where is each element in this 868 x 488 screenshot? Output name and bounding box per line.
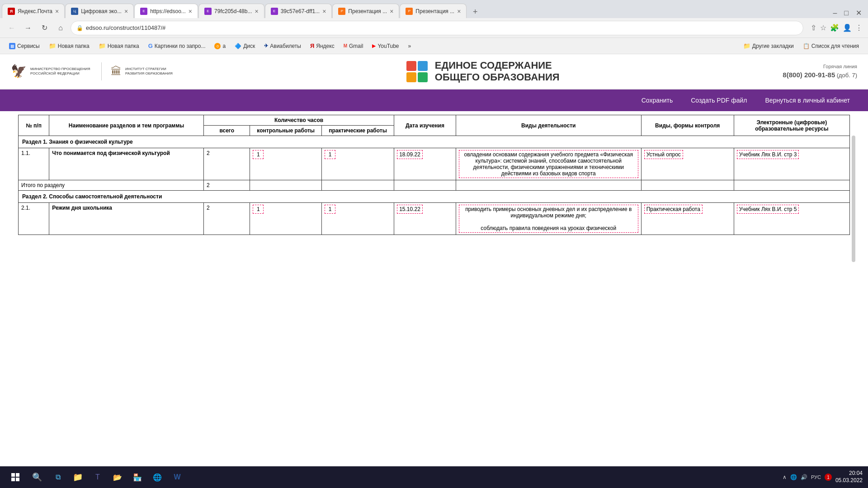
cabinet-button[interactable]: Вернуться в личный кабинет <box>765 97 850 104</box>
row-2-1: 2.1. Режим дня школьника 2 1 1 15.10.22 <box>19 203 850 235</box>
bookmark-drive[interactable]: 🔷 Диск <box>231 41 259 51</box>
editable-resources-1-1[interactable]: Учебник Лях В.И. стр 3 <box>737 150 799 159</box>
taskbar-store[interactable]: 🏪 <box>128 468 146 486</box>
tab-edsoo[interactable]: E https://edsoo... × <box>134 4 198 18</box>
gmail-icon: M <box>344 43 347 48</box>
taskbar-right: ∧ 🌐 🔊 РУС 1 20:04 05.03.2022 <box>783 470 863 484</box>
section1-total-row: Итого по разделу 2 <box>19 180 850 191</box>
section1-title-prefix: Раздел 1. <box>22 139 47 145</box>
start-button[interactable] <box>5 467 25 487</box>
tab-label-eds: https://edsoo... <box>150 8 186 14</box>
word-icon: W <box>174 473 180 481</box>
pdf-button[interactable]: Создать PDF файл <box>691 97 747 104</box>
cell-name-1-1: Что понимается под физической культурой <box>49 148 204 180</box>
notification-icon[interactable]: 1 <box>825 474 832 481</box>
cell-resources-2-1: Учебник Лях В.И. стр 5 <box>734 203 849 235</box>
extensions-icon[interactable]: 🧩 <box>830 23 839 32</box>
editable-resources-2-1[interactable]: Учебник Лях В.И. стр 5 <box>737 205 799 214</box>
cell-activity-1-1: овладении основами содержания учебного п… <box>456 148 641 180</box>
bookmark-folder2[interactable]: 📁 Новая папка <box>95 41 143 51</box>
cell-total-2-1: 2 <box>203 203 250 235</box>
bookmark-google[interactable]: G Картинки по запро... <box>145 41 209 51</box>
taskbar-search[interactable]: 🔍 <box>27 467 47 487</box>
bookmark-avia[interactable]: ✈ Авиабилеты <box>260 41 305 51</box>
editable-controltype-1-1[interactable]: Устный опрос <box>644 150 683 159</box>
home-button[interactable]: ⌂ <box>54 22 67 34</box>
reload-button[interactable]: ↻ <box>38 22 51 34</box>
tab-close-p2[interactable]: × <box>457 8 461 15</box>
other-folder-icon: 📁 <box>743 42 750 49</box>
section1-total-d <box>394 180 456 191</box>
taskbar-explorer[interactable]: 📁 <box>69 468 87 486</box>
bookmark-other-label: Другие закладки <box>752 43 794 49</box>
new-tab-button[interactable]: + <box>469 5 481 18</box>
editable-controltype-2-1[interactable]: Практическая работа <box>644 205 703 214</box>
taskbar-clock[interactable]: 20:04 05.03.2022 <box>835 470 863 484</box>
taskbar-chrome[interactable]: 🌐 <box>148 468 166 486</box>
close-window-button[interactable]: ✕ <box>853 8 864 18</box>
tab-yandex-mail[interactable]: Я Яндекс.Почта × <box>2 4 65 18</box>
cell-total-1-1: 2 <box>203 148 250 180</box>
browser-chrome: Я Яндекс.Почта × Ц Цифровая эко... × E h… <box>0 0 868 54</box>
section1-total-hours: 2 <box>203 180 250 191</box>
tab-close-39c5[interactable]: × <box>322 8 326 15</box>
editable-date-1-1[interactable]: 18.09.22 <box>397 150 423 159</box>
share-icon[interactable]: ⇧ <box>811 23 816 32</box>
explorer-icon: 📁 <box>73 472 83 482</box>
taskbar-teams[interactable]: T <box>89 468 107 486</box>
profile-icon[interactable]: 👤 <box>843 23 852 32</box>
editable-practice-1-1[interactable]: 1 <box>325 150 335 159</box>
store-icon: 🏪 <box>133 473 142 482</box>
minimize-button[interactable]: – <box>830 8 840 18</box>
bookmark-youtube[interactable]: ▶ YouTube <box>368 41 402 51</box>
bookmark-yandex[interactable]: Я Яндекс <box>307 41 338 51</box>
menu-icon[interactable]: ⋮ <box>855 23 863 32</box>
editable-activity-2-1[interactable]: приводить примеры основных дневных дел и… <box>459 205 638 233</box>
bookmark-gmail[interactable]: M Gmail <box>340 41 367 51</box>
bookmark-more[interactable]: » <box>405 41 415 51</box>
windows-logo <box>11 473 19 481</box>
tab-close-ym[interactable]: × <box>55 8 59 15</box>
bookmark-folder1[interactable]: 📁 Новая папка <box>45 41 93 51</box>
editable-practice-2-1[interactable]: 1 <box>325 205 335 214</box>
bookmark-ok[interactable]: о a <box>211 41 229 51</box>
chevron-up-icon[interactable]: ∧ <box>783 474 787 480</box>
tab-close-79fc[interactable]: × <box>255 8 258 15</box>
building-icon: 🏛 <box>111 65 122 78</box>
tab-label-p2: Презентация ... <box>415 8 454 14</box>
row-2-1-name: Режим дня школьника <box>52 205 112 211</box>
bookmark-reading[interactable]: 📋 Список для чтения <box>799 41 863 51</box>
site-title-line1: ЕДИНОЕ СОДЕРЖАНИЕ <box>435 60 560 71</box>
tab-prezent2[interactable]: P Презентация ... × <box>400 4 467 18</box>
editable-date-2-1[interactable]: 15.10.22 <box>397 205 423 214</box>
teams-icon: T <box>95 473 100 481</box>
taskbar-task-view[interactable]: ⧉ <box>49 468 67 486</box>
tab-79fc[interactable]: E 79fc205d-48b... × <box>198 4 264 18</box>
url-bar[interactable]: 🔒 edsoo.ru/constructor/110487/# <box>71 21 803 35</box>
taskbar-word[interactable]: W <box>168 468 186 486</box>
editable-control-2-1[interactable]: 1 <box>253 205 264 214</box>
tab-close-eds[interactable]: × <box>189 8 192 15</box>
header-resources: Электронные (цифровые) образовательные р… <box>734 115 849 136</box>
taskbar-files[interactable]: 📂 <box>108 468 127 486</box>
tab-39c5[interactable]: E 39c57e67-dff1... × <box>265 4 332 18</box>
forward-button[interactable]: → <box>22 22 34 34</box>
tab-close-cif[interactable]: × <box>124 8 128 15</box>
task-view-icon: ⧉ <box>56 473 61 481</box>
save-button[interactable]: Сохранить <box>642 97 673 104</box>
volume-icon: 🔊 <box>801 474 807 480</box>
header-hours-total: всего <box>203 126 250 136</box>
bookmark-services[interactable]: ▦ Сервисы <box>5 41 43 51</box>
tab-prezent1[interactable]: P Презентация ... × <box>332 4 399 18</box>
editable-activity-1-1[interactable]: овладении основами содержания учебного п… <box>459 150 638 178</box>
bookmark-star-icon[interactable]: ☆ <box>820 23 826 32</box>
logo-cell-4 <box>418 72 428 82</box>
header-num: № п/п <box>19 115 49 136</box>
maximize-button[interactable]: □ <box>841 8 851 18</box>
tab-close-p1[interactable]: × <box>390 8 393 15</box>
scrollbar[interactable] <box>852 136 855 262</box>
editable-control-1-1[interactable]: 1 <box>253 150 264 159</box>
tab-cifrovaya[interactable]: Ц Цифровая эко... × <box>65 4 134 18</box>
bookmark-other[interactable]: 📁 Другие закладки <box>740 41 797 51</box>
back-button[interactable]: ← <box>5 22 18 34</box>
